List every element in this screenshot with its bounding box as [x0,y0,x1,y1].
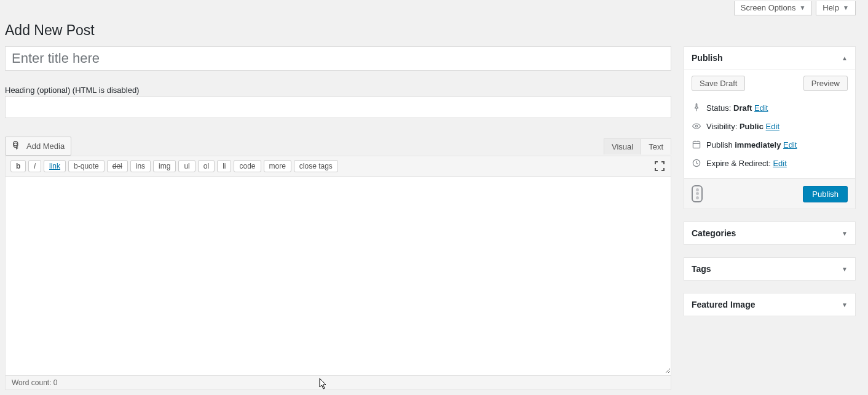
fullscreen-icon[interactable] [653,160,666,172]
triangle-down-icon: ▼ [842,301,848,308]
qt-img[interactable]: img [153,160,176,172]
pin-icon [692,103,701,113]
word-count-label: Word count: [12,378,53,387]
editor-container: b i link b-quote del ins img ul ol li co… [5,156,671,390]
svg-rect-2 [693,142,700,148]
publish-button[interactable]: Publish [803,186,848,202]
qt-ol[interactable]: ol [198,160,215,172]
schedule-edit-link[interactable]: Edit [783,140,797,150]
word-count-value: 0 [53,378,58,387]
media-icon [12,140,23,153]
qt-ins[interactable]: ins [130,160,151,172]
add-media-button[interactable]: Add Media [5,137,71,156]
traffic-light-icon[interactable] [692,185,703,202]
status-edit-link[interactable]: Edit [754,103,768,113]
add-media-label: Add Media [26,142,65,151]
screen-options-label: Screen Options [741,3,796,12]
publish-box-header[interactable]: Publish ▲ [684,47,855,70]
editor-status-bar: Word count: 0 [6,375,671,389]
post-title-input[interactable] [5,46,671,71]
tags-box: Tags ▼ [684,257,856,281]
save-draft-button[interactable]: Save Draft [692,76,745,91]
tab-visual[interactable]: Visual [604,138,641,154]
featured-image-box: Featured Image ▼ [684,293,856,316]
page-title: Add New Post [5,18,856,41]
categories-title: Categories [692,228,736,238]
expire-edit-link[interactable]: Edit [773,159,786,168]
qt-link[interactable]: link [44,160,66,172]
heading-label: Heading (optional) (HTML is disabled) [5,86,671,95]
publish-box-title: Publish [692,53,723,63]
qt-bquote[interactable]: b-quote [68,160,105,172]
preview-button[interactable]: Preview [803,76,848,91]
schedule-row: Publish immediately Edit [692,135,848,154]
triangle-down-icon: ▼ [843,4,849,11]
tab-text[interactable]: Text [641,138,671,154]
svg-point-1 [695,125,697,127]
triangle-down-icon: ▼ [842,230,848,237]
heading-input[interactable] [5,96,671,118]
qt-li[interactable]: li [217,160,231,172]
qt-more[interactable]: more [264,160,291,172]
status-row: Status: Draft Edit [692,98,848,117]
qt-ul[interactable]: ul [178,160,195,172]
qt-code[interactable]: code [234,160,261,172]
featured-image-box-header[interactable]: Featured Image ▼ [684,293,855,316]
eye-icon [692,121,701,131]
triangle-up-icon: ▲ [842,55,848,62]
qt-bold[interactable]: b [10,160,26,172]
help-button[interactable]: Help ▼ [816,1,856,15]
tags-title: Tags [692,264,711,274]
visibility-row: Visibility: Public Edit [692,117,848,135]
qt-close[interactable]: close tags [294,160,338,172]
publish-box: Publish ▲ Save Draft Preview Status: Dra… [684,46,856,209]
categories-box: Categories ▼ [684,221,856,245]
quicktags-toolbar: b i link b-quote del ins img ul ol li co… [6,156,671,177]
featured-image-title: Featured Image [692,300,755,309]
content-textarea[interactable] [6,177,671,373]
categories-box-header[interactable]: Categories ▼ [684,222,855,244]
screen-options-button[interactable]: Screen Options ▼ [734,1,813,15]
triangle-down-icon: ▼ [842,266,848,273]
help-label: Help [823,3,839,12]
qt-italic[interactable]: i [28,160,41,172]
clock-icon [692,158,701,168]
triangle-down-icon: ▼ [799,4,805,11]
qt-del[interactable]: del [107,160,128,172]
expire-row: Expire & Redirect: Edit [692,154,848,172]
calendar-icon [692,140,701,150]
tags-box-header[interactable]: Tags ▼ [684,258,855,280]
visibility-edit-link[interactable]: Edit [766,122,779,131]
